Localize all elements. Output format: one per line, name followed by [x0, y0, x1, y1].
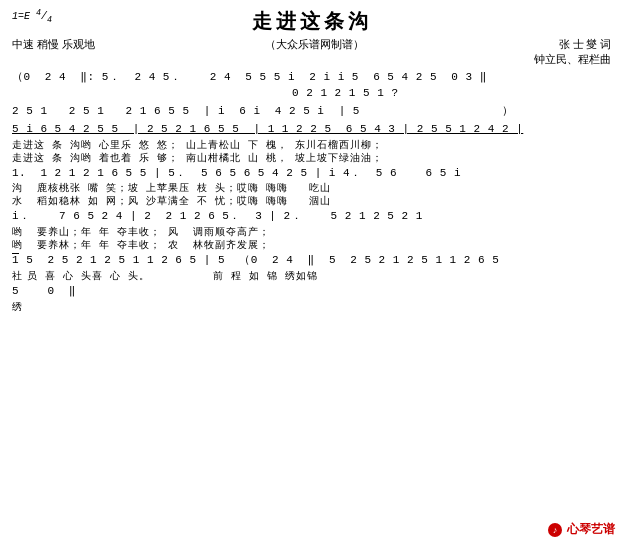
author: 张 士 燮 词 钟立民、程栏曲	[534, 37, 611, 68]
lyrics-7: 绣	[12, 300, 611, 313]
lyrics-3b: 走进这 条 沟哟 着也着 乐 够； 南山柑橘北 山 桃， 坡上坡下绿油油；	[12, 151, 611, 164]
music-section-5: i． 7 6 5 2 4 | 2 2 1 2 6 5． 3 | 2． 5 2 1…	[12, 209, 611, 251]
music-section-7: 5 0 ‖ 绣	[12, 284, 611, 313]
lyrics-5b: 哟 要养林；年 年 夺丰收； 农 林牧副齐发展；	[12, 238, 611, 251]
brand: ♪ 心琴艺谱	[548, 521, 615, 538]
music-notes-1b: 0 2 1 2 1 5 1 ?	[12, 86, 611, 102]
music-notes-2: 2 5 1 2 5 1 2 1 6 5 5 | i 6 i 4 2 5 i | …	[12, 104, 611, 120]
lyrics-4a: 沟 鹿核桃张 嘴 笑；坡 上苹果压 枝 头；哎嗨 嗨嗨 吃山	[12, 181, 611, 194]
brand-label: 心琴艺谱	[567, 522, 615, 536]
music-section-2: 2 5 1 2 5 1 2 1 6 5 5 | i 6 i 4 2 5 i | …	[12, 104, 611, 120]
music-section-1: （0 2 4 ‖: 5． 2 4 5． 2 4 5 5 5 i 2 i i 5 …	[12, 70, 611, 102]
lyrics-6a: 社 员 喜 心 头喜 心 头。 前 程 如 锦 绣如锦	[12, 269, 611, 282]
music-content: （0 2 4 ‖: 5． 2 4 5． 2 4 5 5 5 i 2 i i 5 …	[12, 70, 611, 314]
brand-icon: ♪	[548, 523, 562, 537]
song-title: 走进这条沟	[252, 10, 372, 32]
music-notes-1: （0 2 4 ‖: 5． 2 4 5． 2 4 5 5 5 i 2 i i 5 …	[12, 70, 611, 86]
music-notes-6: 1 5 2 5 2 1 2 5 1 1 2 6 5 | 5 （0 2 4 ‖ 5…	[12, 253, 611, 269]
music-notes-4: 1. 1 2 1 2 1 6 5 5 | 5． 5 6 5 6 5 4 2 5 …	[12, 166, 611, 182]
time-signature: 1=E 4/4	[12, 8, 52, 25]
music-notes-5: i． 7 6 5 2 4 | 2 2 1 2 6 5． 3 | 2． 5 2 1…	[12, 209, 611, 225]
header: 1=E 4/4 走进这条沟 中速 稍慢 乐观地 （大众乐谱网制谱） 张 士 燮 …	[12, 8, 611, 68]
music-section-6: 1 5 2 5 2 1 2 5 1 1 2 6 5 | 5 （0 2 4 ‖ 5…	[12, 253, 611, 282]
source: （大众乐谱网制谱）	[95, 37, 535, 52]
page: 1=E 4/4 走进这条沟 中速 稍慢 乐观地 （大众乐谱网制谱） 张 士 燮 …	[0, 0, 623, 544]
music-section-4: 1. 1 2 1 2 1 6 5 5 | 5． 5 6 5 6 5 4 2 5 …	[12, 166, 611, 208]
lyrics-3a: 走进这 条 沟哟 心里乐 悠 悠； 山上青松山 下 槐， 东川石榴西川柳；	[12, 138, 611, 151]
lyrics-5a: 哟 要养山；年 年 夺丰收； 风 调雨顺夺高产；	[12, 225, 611, 238]
meta-row: 中速 稍慢 乐观地 （大众乐谱网制谱） 张 士 燮 词 钟立民、程栏曲	[12, 37, 611, 68]
music-section-3: 5 i 6 5 4 2 5 5 | 2 5 2 1 6 5 5 | 1 1 2 …	[12, 122, 611, 164]
music-notes-7: 5 0 ‖	[12, 284, 611, 300]
tempo: 中速 稍慢 乐观地	[12, 37, 95, 52]
music-notes-3: 5 i 6 5 4 2 5 5 | 2 5 2 1 6 5 5 | 1 1 2 …	[12, 122, 611, 138]
lyrics-4b: 水 稻如稳林 如 网；风 沙草满全 不 忧；哎嗨 嗨嗨 涸山	[12, 194, 611, 207]
